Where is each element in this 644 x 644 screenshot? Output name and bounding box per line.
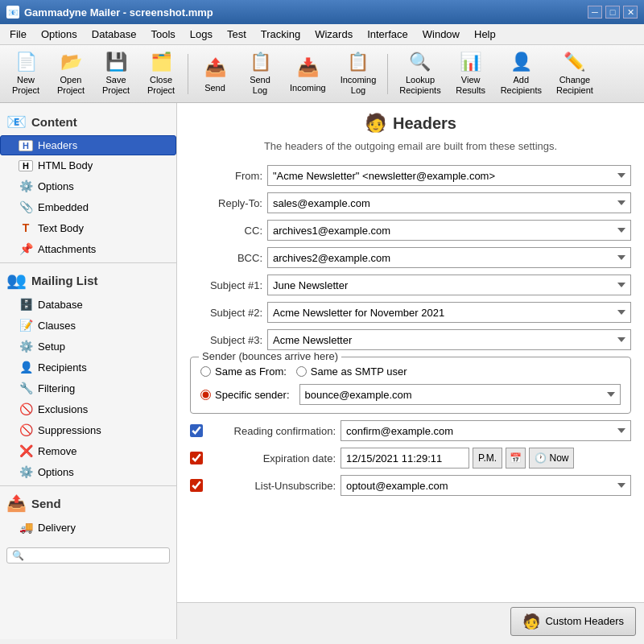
title-bar: 📧 Gammadyne Mailer - screenshot.mmp ─ □ … — [0, 0, 644, 24]
same-as-from-text: Same as From: — [215, 365, 287, 378]
new-project-icon: 📄 — [13, 52, 39, 72]
same-as-from-label[interactable]: Same as From: — [200, 365, 287, 378]
save-project-button[interactable]: 💾 SaveProject — [95, 49, 137, 99]
specific-sender-select[interactable]: bounce@example.com — [299, 384, 621, 405]
setup-icon: ⚙️ — [19, 340, 33, 353]
menu-logs[interactable]: Logs — [184, 26, 219, 43]
calendar-icon: 📅 — [510, 452, 522, 464]
add-recipients-button[interactable]: 👤 AddRecipients — [495, 49, 547, 99]
expiration-pm-button[interactable]: P.M. — [473, 448, 502, 469]
reading-confirmation-checkbox[interactable] — [190, 424, 203, 437]
incoming-log-button[interactable]: 📋 IncomingLog — [335, 49, 382, 99]
menu-database[interactable]: Database — [85, 26, 143, 43]
close-button[interactable]: ✕ — [623, 6, 638, 19]
sidebar-item-exclusions[interactable]: 🚫 Exclusions — [0, 398, 176, 419]
delivery-icon: 🚚 — [19, 521, 33, 534]
sidebar-item-remove-label: Remove — [38, 445, 76, 457]
sidebar-item-filtering[interactable]: 🔧 Filtering — [0, 378, 176, 398]
close-project-button[interactable]: 🗂️ CloseProject — [140, 49, 182, 99]
mailing-options-icon: ⚙️ — [19, 465, 33, 478]
sidebar-item-suppressions[interactable]: 🚫 Suppressions — [0, 419, 176, 440]
from-select[interactable]: "Acme Newsletter" <newsletter@example.co… — [267, 165, 631, 186]
replyto-select[interactable]: sales@example.com — [267, 192, 631, 213]
sidebar-item-delivery[interactable]: 🚚 Delivery — [0, 517, 176, 538]
mailing-section-icon: 👥 — [6, 270, 27, 290]
lookup-icon: 🔍 — [407, 52, 433, 72]
new-project-label: NewProject — [12, 75, 39, 96]
subject1-select[interactable]: June Newsletter — [267, 275, 631, 295]
app-icon: 📧 — [6, 6, 19, 19]
content-section-icon: 📧 — [6, 112, 27, 131]
menu-help[interactable]: Help — [468, 26, 502, 43]
lookup-label: LookupRecipients — [399, 75, 440, 96]
sidebar-item-recipients[interactable]: 👤 Recipients — [0, 357, 176, 378]
menu-wizards[interactable]: Wizards — [308, 26, 359, 43]
menu-options[interactable]: Options — [35, 26, 84, 43]
exclusions-icon: 🚫 — [19, 402, 33, 415]
sidebar-item-setup[interactable]: ⚙️ Setup — [0, 336, 176, 357]
cc-label: CC: — [190, 225, 262, 237]
same-as-smtp-radio[interactable] — [296, 366, 307, 377]
sidebar-item-headers[interactable]: H Headers — [0, 135, 176, 155]
sidebar-item-clauses[interactable]: 📝 Clauses — [0, 315, 176, 336]
send-log-label: SendLog — [250, 75, 270, 96]
expiration-calendar-button[interactable]: 📅 — [506, 448, 526, 469]
list-unsubscribe-checkbox[interactable] — [190, 479, 203, 492]
sidebar-item-options[interactable]: ⚙️ Options — [0, 175, 176, 196]
menu-interface[interactable]: Interface — [361, 26, 415, 43]
sidebar-item-remove[interactable]: ❌ Remove — [0, 440, 176, 461]
remove-icon: ❌ — [19, 444, 33, 457]
open-project-button[interactable]: 📂 OpenProject — [50, 49, 92, 99]
sidebar-item-html-body[interactable]: H HTML Body — [0, 155, 176, 175]
sidebar-item-setup-label: Setup — [38, 341, 65, 353]
bcc-select[interactable]: archives2@example.com — [267, 247, 631, 268]
subject1-label: Subject #1: — [190, 279, 262, 291]
custom-headers-icon: 🧑 — [522, 613, 540, 630]
specific-sender-label[interactable]: Specific sender: — [200, 389, 290, 401]
menu-test[interactable]: Test — [221, 26, 253, 43]
reading-confirmation-select[interactable]: confirm@example.com — [341, 420, 631, 441]
minimize-button[interactable]: ─ — [588, 6, 602, 19]
app-title: Gammadyne Mailer - screenshot.mmp — [24, 6, 213, 19]
list-unsubscribe-select[interactable]: optout@example.com — [341, 475, 631, 496]
menu-tracking[interactable]: Tracking — [254, 26, 307, 43]
incoming-button[interactable]: 📥 Incoming — [284, 49, 332, 99]
cc-select[interactable]: archives1@example.com — [267, 220, 631, 241]
save-project-icon: 💾 — [103, 52, 129, 72]
lookup-recipients-button[interactable]: 🔍 LookupRecipients — [394, 49, 446, 99]
menu-file[interactable]: File — [3, 26, 33, 43]
send-section-label: Send — [31, 497, 61, 510]
subject2-select[interactable]: Acme Newsletter for November 2021 — [267, 302, 631, 323]
custom-headers-button[interactable]: 🧑 Custom Headers — [510, 607, 636, 636]
subject3-select[interactable]: Acme Newsletter — [267, 329, 631, 350]
expiration-date-input[interactable] — [341, 448, 469, 469]
same-as-from-radio[interactable] — [200, 366, 211, 377]
save-project-label: SaveProject — [102, 75, 130, 96]
sidebar-item-text-body[interactable]: T Text Body — [0, 217, 176, 238]
list-unsubscribe-label: List-Unsubscribe: — [211, 480, 336, 492]
sidebar-search-input[interactable] — [24, 550, 164, 561]
sidebar-item-attachments[interactable]: 📌 Attachments — [0, 238, 176, 259]
specific-sender-radio[interactable] — [200, 390, 211, 400]
list-unsubscribe-row: List-Unsubscribe: optout@example.com — [190, 475, 631, 496]
change-recipient-icon: ✏️ — [562, 52, 588, 72]
view-results-button[interactable]: 📊 ViewResults — [450, 49, 492, 99]
menu-window[interactable]: Window — [416, 26, 466, 43]
maximize-button[interactable]: □ — [605, 6, 620, 19]
new-project-button[interactable]: 📄 NewProject — [5, 49, 47, 99]
sidebar-item-filtering-label: Filtering — [38, 382, 75, 394]
same-as-smtp-label[interactable]: Same as SMTP user — [296, 365, 407, 378]
sidebar-item-mailing-options[interactable]: ⚙️ Options — [0, 461, 176, 482]
sidebar-item-embedded[interactable]: 📎 Embedded — [0, 196, 176, 217]
sidebar: 📧 Content H Headers H HTML Body ⚙️ Optio… — [0, 103, 177, 639]
send-button[interactable]: 📤 Send — [194, 49, 236, 99]
view-results-icon: 📊 — [458, 52, 484, 72]
sidebar-item-database[interactable]: 🗄️ Database — [0, 294, 176, 315]
send-log-button[interactable]: 📋 SendLog — [239, 49, 281, 99]
menu-tools[interactable]: Tools — [144, 26, 181, 43]
window-controls: ─ □ ✕ — [588, 6, 638, 19]
expiration-now-button[interactable]: 🕐 Now — [529, 448, 574, 469]
incoming-label: Incoming — [290, 83, 326, 93]
change-recipient-button[interactable]: ✏️ ChangeRecipient — [551, 49, 599, 99]
expiration-checkbox[interactable] — [190, 452, 203, 464]
